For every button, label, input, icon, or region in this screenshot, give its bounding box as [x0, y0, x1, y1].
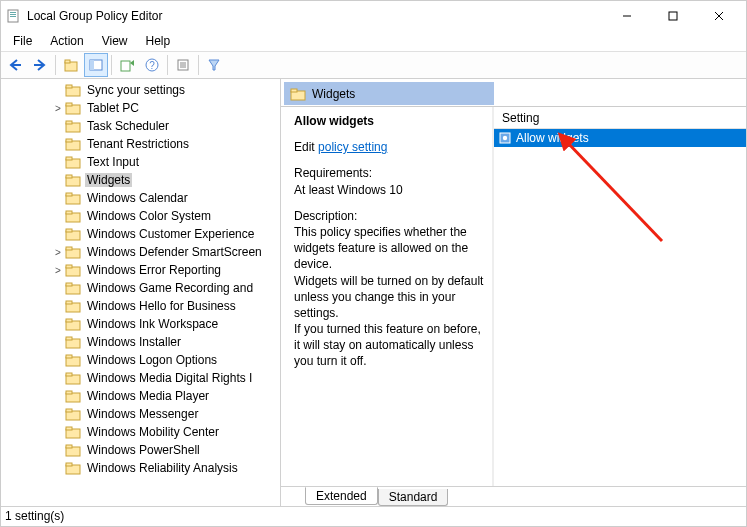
menu-bar: File Action View Help: [1, 31, 746, 51]
tree-node[interactable]: Sync your settings: [1, 81, 280, 99]
menu-help[interactable]: Help: [138, 32, 179, 50]
close-button[interactable]: [696, 1, 742, 31]
tree-pane: Sync your settings>Tablet PCTask Schedul…: [1, 79, 281, 506]
req-value: At least Windows 10: [294, 183, 403, 197]
desc-2: Widgets will be turned on by default unl…: [294, 274, 483, 320]
svg-rect-62: [66, 445, 72, 448]
tree-node-label: Widgets: [85, 173, 132, 187]
svg-rect-48: [66, 319, 72, 322]
tree-node-label: Windows Hello for Business: [85, 299, 238, 313]
tree-node[interactable]: Windows Ink Workspace: [1, 315, 280, 333]
tree-node[interactable]: Windows Reliability Analysis: [1, 459, 280, 477]
status-text: 1 setting(s): [5, 509, 64, 523]
show-hide-tree-button[interactable]: [84, 53, 108, 77]
svg-rect-22: [66, 85, 72, 88]
twisty-icon[interactable]: >: [51, 103, 65, 114]
folder-icon: [65, 317, 81, 331]
svg-rect-14: [121, 61, 130, 71]
maximize-button[interactable]: [650, 1, 696, 31]
folder-icon: [65, 119, 81, 133]
tree-node[interactable]: Text Input: [1, 153, 280, 171]
list-h-scroll[interactable]: [530, 472, 740, 484]
tab-extended[interactable]: Extended: [305, 487, 378, 505]
svg-rect-24: [66, 103, 72, 106]
tree-node-label: Windows Color System: [85, 209, 213, 223]
desc-1: This policy specifies whether the widget…: [294, 225, 468, 271]
folder-icon: [65, 407, 81, 421]
menu-file[interactable]: File: [5, 32, 40, 50]
twisty-icon[interactable]: >: [51, 265, 65, 276]
properties-button[interactable]: [171, 53, 195, 77]
folder-icon: [65, 389, 81, 403]
filter-button[interactable]: [202, 53, 226, 77]
menu-action[interactable]: Action: [42, 32, 91, 50]
back-button[interactable]: [3, 53, 27, 77]
tree-node-label: Tenant Restrictions: [85, 137, 191, 151]
tree-node[interactable]: Windows Installer: [1, 333, 280, 351]
folder-icon: [65, 425, 81, 439]
tree-node-label: Windows Logon Options: [85, 353, 219, 367]
column-header-setting[interactable]: Setting: [494, 107, 746, 129]
svg-rect-60: [66, 427, 72, 430]
details-pane: Widgets Allow widgets Edit policy settin…: [281, 79, 746, 506]
tree-node[interactable]: Windows Media Player: [1, 387, 280, 405]
toolbar: ?: [1, 51, 746, 79]
svg-rect-32: [66, 175, 72, 178]
up-button[interactable]: [59, 53, 83, 77]
breadcrumb-label: Widgets: [312, 87, 355, 101]
tree-node[interactable]: Windows Customer Experience: [1, 225, 280, 243]
req-label: Requirements:: [294, 166, 372, 180]
folder-icon: [65, 281, 81, 295]
tree-node[interactable]: Windows Media Digital Rights I: [1, 369, 280, 387]
svg-rect-56: [66, 391, 72, 394]
menu-view[interactable]: View: [94, 32, 136, 50]
svg-rect-3: [10, 16, 16, 17]
svg-rect-44: [66, 283, 72, 286]
svg-rect-13: [90, 60, 94, 70]
tree-node[interactable]: Windows Calendar: [1, 189, 280, 207]
policy-tree[interactable]: Sync your settings>Tablet PCTask Schedul…: [1, 79, 280, 496]
svg-rect-30: [66, 157, 72, 160]
tree-node[interactable]: Tenant Restrictions: [1, 135, 280, 153]
svg-rect-64: [66, 463, 72, 466]
edit-prefix: Edit: [294, 140, 315, 154]
policy-heading: Allow widgets: [294, 113, 484, 129]
svg-rect-2: [10, 14, 16, 15]
status-bar: 1 setting(s): [1, 506, 746, 526]
tree-node[interactable]: Windows Game Recording and: [1, 279, 280, 297]
tree-node[interactable]: Windows PowerShell: [1, 441, 280, 459]
svg-rect-52: [66, 355, 72, 358]
tab-standard[interactable]: Standard: [378, 489, 449, 506]
tree-node[interactable]: Windows Mobility Center: [1, 423, 280, 441]
export-button[interactable]: [115, 53, 139, 77]
tree-node[interactable]: Windows Messenger: [1, 405, 280, 423]
minimize-button[interactable]: [604, 1, 650, 31]
tree-node-label: Tablet PC: [85, 101, 141, 115]
folder-icon: [65, 461, 81, 475]
tree-node[interactable]: Widgets: [1, 171, 280, 189]
folder-icon: [65, 443, 81, 457]
folder-icon: [290, 87, 306, 101]
tree-node[interactable]: >Tablet PC: [1, 99, 280, 117]
edit-policy-link[interactable]: policy setting: [318, 140, 387, 154]
svg-rect-5: [669, 12, 677, 20]
setting-row-selected[interactable]: Allow widgets: [494, 129, 746, 147]
forward-button[interactable]: [28, 53, 52, 77]
tree-node[interactable]: Task Scheduler: [1, 117, 280, 135]
tree-node[interactable]: Windows Color System: [1, 207, 280, 225]
svg-rect-58: [66, 409, 72, 412]
twisty-icon[interactable]: >: [51, 247, 65, 258]
tree-node[interactable]: >Windows Defender SmartScreen: [1, 243, 280, 261]
svg-rect-46: [66, 301, 72, 304]
tree-node[interactable]: >Windows Error Reporting: [1, 261, 280, 279]
folder-icon: [65, 263, 81, 277]
tree-h-scroll[interactable]: [1, 496, 280, 506]
svg-rect-42: [66, 265, 72, 268]
folder-icon: [65, 353, 81, 367]
tree-node[interactable]: Windows Hello for Business: [1, 297, 280, 315]
title-bar: Local Group Policy Editor: [1, 1, 746, 31]
tree-node[interactable]: Windows Logon Options: [1, 351, 280, 369]
help-button[interactable]: ?: [140, 53, 164, 77]
svg-point-68: [503, 136, 507, 140]
svg-rect-50: [66, 337, 72, 340]
